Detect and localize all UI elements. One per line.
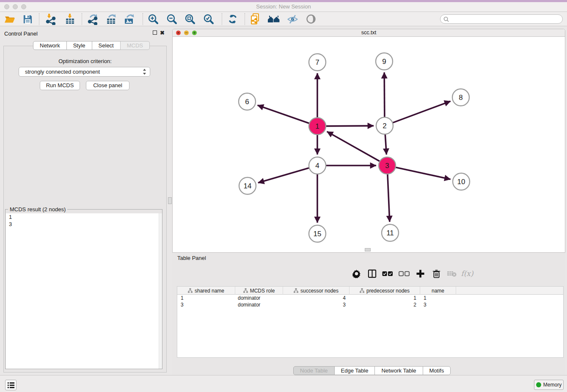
function-builder-button[interactable]: f(x) — [460, 267, 474, 280]
attribute-icon — [243, 288, 248, 293]
delete-column-button[interactable] — [429, 267, 443, 280]
cell-successor-nodes: 3 — [283, 301, 350, 308]
zoom-window-icon[interactable] — [21, 4, 26, 9]
tab-network[interactable]: Network — [33, 41, 67, 50]
table-row[interactable]: 3 dominator 3 2 3 — [177, 301, 563, 308]
show-columns-button[interactable] — [365, 267, 379, 280]
result-line: 3 — [6, 221, 162, 228]
maximize-view-icon[interactable] — [192, 30, 197, 35]
float-panel-icon[interactable] — [153, 30, 157, 35]
graph-edge-1-2[interactable] — [325, 126, 374, 126]
close-view-icon[interactable] — [176, 30, 181, 35]
mcds-result-textarea[interactable]: 1 3 — [6, 213, 162, 369]
criterion-dropdown[interactable]: strongly connected component — [19, 67, 150, 77]
tab-node-table[interactable]: Node Table — [293, 366, 335, 375]
cell-name: 3 — [420, 301, 456, 308]
column-header-mcds-role[interactable]: MCDS role — [235, 287, 283, 295]
open-session-button[interactable] — [3, 13, 16, 25]
delete-table-icon — [447, 271, 457, 277]
zoom-fit-button[interactable] — [184, 13, 196, 25]
graph-edge-2-9[interactable] — [384, 72, 385, 118]
export-image-icon — [124, 14, 135, 25]
column-header-name[interactable]: name — [420, 287, 456, 295]
zoom-in-button[interactable] — [147, 13, 160, 25]
graph-node-label-1: 1 — [315, 122, 319, 130]
fx-icon: f(x) — [461, 269, 473, 278]
graph-edge-2-3[interactable] — [385, 134, 386, 155]
destroy-table-button[interactable] — [444, 267, 459, 280]
graph-edge-3-1[interactable] — [327, 132, 380, 162]
export-image-button[interactable] — [123, 13, 135, 25]
tab-mcds[interactable]: MCDS — [120, 41, 150, 50]
save-session-button[interactable] — [21, 13, 34, 25]
import-network-button[interactable] — [44, 13, 57, 25]
close-panel-button[interactable]: Close panel — [86, 81, 129, 90]
zoom-out-button[interactable] — [165, 13, 178, 25]
export-table-icon — [105, 14, 117, 25]
export-network-button[interactable] — [86, 13, 99, 25]
cell-shared-name: 1 — [177, 295, 235, 301]
hide-panels-button[interactable] — [286, 13, 299, 25]
graph-edge-1-6[interactable] — [258, 105, 310, 124]
save-disk-icon — [22, 14, 33, 25]
graph-node-label-15: 15 — [314, 230, 322, 238]
graph-node-label-3: 3 — [385, 162, 389, 170]
toolbar-separator — [245, 13, 245, 25]
search-input[interactable] — [451, 16, 562, 22]
status-bar: Memory — [0, 375, 567, 392]
table-row[interactable]: 1 dominator 4 1 1 — [177, 295, 563, 301]
column-header-predecessor-nodes[interactable]: predecessor nodes — [350, 287, 420, 295]
tab-motifs[interactable]: Motifs — [423, 366, 451, 375]
graph-edge-3-10[interactable] — [395, 167, 451, 179]
select-all-rows-button[interactable] — [380, 267, 395, 280]
apply-layout-button[interactable] — [226, 13, 239, 25]
network-view-title: scc.txt — [173, 29, 565, 36]
task-history-button[interactable] — [5, 380, 17, 390]
tab-network-table[interactable]: Network Table — [374, 366, 423, 375]
zoom-out-icon — [166, 14, 177, 25]
minimize-view-icon[interactable] — [184, 30, 189, 35]
plus-icon — [416, 269, 425, 278]
vertical-splitter-grip[interactable] — [168, 197, 172, 204]
run-mcds-button[interactable]: Run MCDS — [40, 81, 80, 90]
home-button[interactable] — [267, 13, 280, 25]
column-header-successor-nodes[interactable]: successor nodes — [283, 287, 350, 295]
control-panel: Control Panel ✖ Network Style Select MCD… — [0, 26, 170, 375]
tab-style[interactable]: Style — [66, 41, 92, 50]
import-table-button[interactable] — [63, 13, 76, 25]
graph-node-label-7: 7 — [315, 58, 319, 66]
zoom-selected-button[interactable] — [202, 13, 215, 25]
import-table-icon — [64, 14, 76, 25]
minimize-window-icon[interactable] — [13, 4, 18, 9]
close-window-icon[interactable] — [4, 4, 9, 9]
close-panel-icon[interactable]: ✖ — [160, 31, 165, 35]
mcds-result-group: MCDS result (2 nodes) 1 3 — [5, 209, 162, 369]
tab-select[interactable]: Select — [92, 41, 121, 50]
tab-edge-table[interactable]: Edge Table — [334, 366, 375, 375]
graph-edge-3-11[interactable] — [388, 174, 390, 222]
network-window-titlebar[interactable]: scc.txt — [173, 29, 565, 37]
column-header-shared-name[interactable]: shared name — [177, 287, 235, 295]
zoom-fit-icon — [184, 14, 195, 25]
table-panel-title: Table Panel — [177, 255, 206, 261]
network-canvas[interactable]: 7968124310141511 — [173, 37, 565, 252]
show-panels-button[interactable] — [305, 13, 317, 25]
graph-edge-4-14[interactable] — [258, 168, 310, 182]
cell-shared-name: 3 — [177, 301, 235, 308]
cell-predecessor-nodes: 1 — [350, 295, 420, 301]
graph-edge-2-8[interactable] — [392, 101, 451, 123]
columns-icon — [368, 269, 377, 278]
window-title: Session: New Session — [0, 2, 567, 11]
search-field[interactable] — [440, 14, 563, 24]
export-table-button[interactable] — [105, 13, 117, 25]
memory-button[interactable]: Memory — [534, 380, 564, 390]
horizontal-splitter-grip[interactable] — [365, 248, 371, 251]
trash-icon — [432, 269, 441, 278]
result-scrollbar[interactable] — [159, 213, 162, 369]
memory-label: Memory — [543, 382, 561, 388]
deselect-all-rows-button[interactable] — [397, 267, 411, 280]
clone-network-button[interactable] — [249, 13, 262, 25]
graph-node-label-4: 4 — [315, 162, 319, 170]
table-options-button[interactable] — [349, 267, 363, 280]
create-column-button[interactable] — [413, 267, 427, 280]
